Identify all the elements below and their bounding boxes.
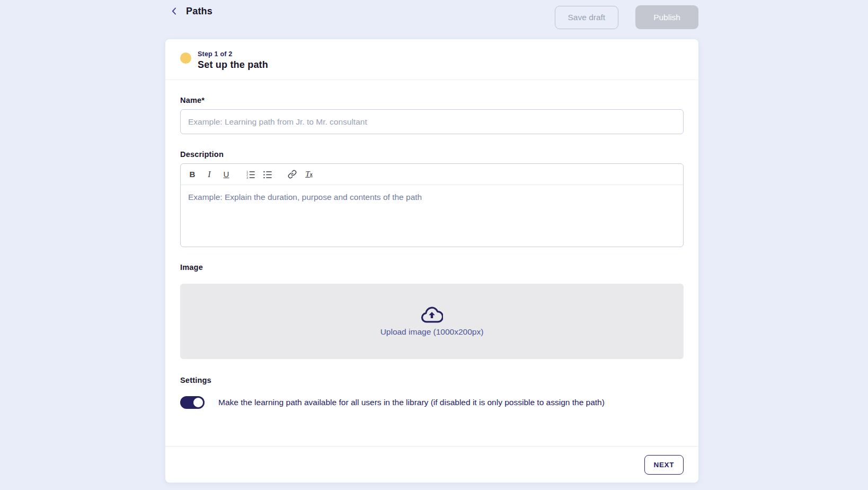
image-label: Image <box>180 263 684 272</box>
back-button[interactable] <box>169 5 180 17</box>
link-button[interactable] <box>285 167 299 182</box>
settings-section: Settings Make the learning path availabl… <box>180 376 684 409</box>
step-label: Step 1 of 2 <box>198 50 268 58</box>
publish-button[interactable]: Publish <box>635 5 698 29</box>
topbar: Paths Save draft Publish <box>0 0 868 34</box>
italic-button[interactable]: I <box>202 167 217 182</box>
step-title: Set up the path <box>198 59 268 71</box>
name-label: Name* <box>180 96 684 104</box>
cloud-upload-icon <box>421 307 443 323</box>
description-editor: B I U 1 2 3 <box>180 163 684 247</box>
card-footer: NEXT <box>165 446 698 483</box>
svg-text:2: 2 <box>246 173 248 176</box>
step-indicator-dot <box>180 52 191 64</box>
name-section: Name* <box>180 96 684 134</box>
description-input[interactable]: Example: Explain the duration, purpose a… <box>181 185 683 247</box>
image-section: Image Upload image (1000x200px) <box>180 263 684 359</box>
step-header: Step 1 of 2 Set up the path <box>165 39 698 80</box>
svg-text:1: 1 <box>246 170 248 173</box>
chevron-left-icon <box>170 6 179 16</box>
card-body: Name* Description B I U 1 2 <box>165 80 698 446</box>
library-availability-toggle[interactable] <box>180 396 205 409</box>
upload-hint-text: Upload image (1000x200px) <box>380 327 484 337</box>
svg-text:3: 3 <box>246 176 248 179</box>
bullet-list-icon <box>263 170 272 179</box>
editor-toolbar: B I U 1 2 3 <box>181 164 683 185</box>
bullet-list-button[interactable] <box>260 167 275 182</box>
ordered-list-icon: 1 2 3 <box>246 170 255 179</box>
toggle-knob <box>193 398 203 407</box>
toggle-description-text: Make the learning path available for all… <box>218 398 605 407</box>
page-title: Paths <box>186 6 212 17</box>
clear-formatting-button[interactable]: Tx <box>302 167 316 182</box>
settings-label: Settings <box>180 376 684 384</box>
description-section: Description B I U 1 2 3 <box>180 150 684 247</box>
underline-button[interactable]: U <box>219 167 234 182</box>
next-button[interactable]: NEXT <box>644 455 684 475</box>
ordered-list-button[interactable]: 1 2 3 <box>243 167 258 182</box>
image-upload-dropzone[interactable]: Upload image (1000x200px) <box>180 284 684 359</box>
bold-button[interactable]: B <box>185 167 200 182</box>
name-input[interactable] <box>180 109 684 134</box>
link-icon <box>288 170 297 179</box>
save-draft-button[interactable]: Save draft <box>555 6 619 29</box>
path-setup-card: Step 1 of 2 Set up the path Name* Descri… <box>165 39 698 483</box>
description-label: Description <box>180 150 684 159</box>
